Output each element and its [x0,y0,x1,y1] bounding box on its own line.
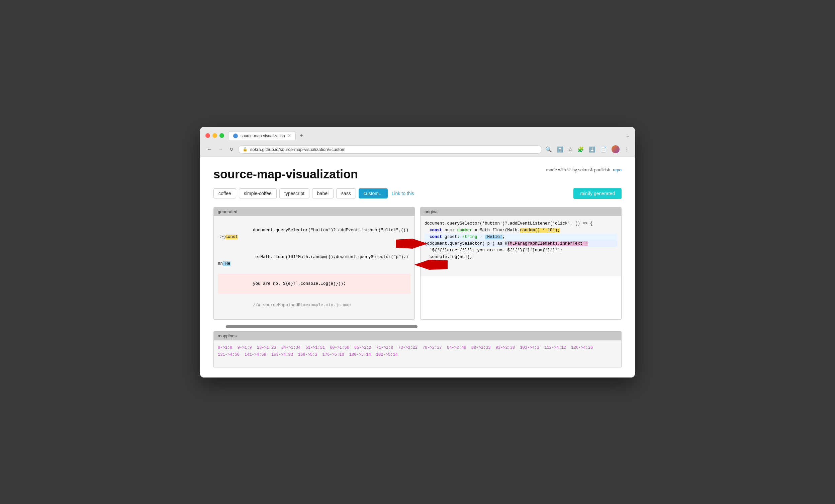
mapping-15[interactable]: 126->4:26 [571,345,593,350]
share-icon[interactable]: ⬆️ [557,146,563,153]
mappings-header: mappings [214,331,621,340]
orig-line-7: }); [425,260,617,267]
tab-bar: source-map-visualization ✕ + ⌄ [228,131,630,141]
mapping-19[interactable]: 168->5:2 [298,352,318,357]
traffic-lights [205,133,224,138]
forward-button[interactable]: → [217,146,225,153]
orig-line-2: const num: number = Math.floor(Math.rand… [425,227,617,234]
orig-line-3: const greet: string = 'Hello'; [425,234,617,240]
made-with-text: made with ♡ by sokra & paulirish. [546,167,612,173]
tab-close-button[interactable]: ✕ [288,134,291,138]
reading-view-icon[interactable]: 📄 [600,146,607,153]
mapping-13[interactable]: 103->4:3 [520,345,539,350]
gen-line-1: document.querySelector("button")?.addEve… [218,220,410,247]
mapping-18[interactable]: 163->4:93 [271,352,293,357]
bookmark-icon[interactable]: ☆ [568,146,573,153]
original-panel: original document.querySelector('button'… [420,207,622,320]
download-icon[interactable]: ⬇️ [589,146,595,153]
link-to-this[interactable]: Link to this [392,191,414,196]
orig-line-5: `${'{'}greet{'}'}, you are no. ${'{'}{'}… [425,247,617,254]
generated-panel-header: generated [214,207,414,216]
orig-line-6: console.log(num); [425,254,617,260]
menu-icon[interactable]: ⋮ [624,146,630,153]
traffic-light-green[interactable] [220,133,224,138]
refresh-button[interactable]: ↻ [228,146,235,153]
code-panels-row: generated document.querySelector("button… [213,207,622,320]
mapping-2[interactable]: 23->1:23 [257,345,276,350]
mapping-6[interactable]: 65->2:2 [354,345,371,350]
mapping-4[interactable]: 51->1:51 [305,345,325,350]
minify-button[interactable]: minify generated [573,188,622,199]
mapping-14[interactable]: 112->4:12 [544,345,566,350]
panels-with-arrows: generated document.querySelector("button… [213,207,622,320]
profile-avatar[interactable] [612,145,619,153]
traffic-light-red[interactable] [205,133,210,138]
traffic-light-yellow[interactable] [212,133,217,138]
lock-icon: 🔒 [243,147,248,152]
mapping-16[interactable]: 131->4:56 [218,352,240,357]
toolbar-icons: 🔍 ⬆️ ☆ 🧩 ⬇️ 📄 ⋮ [545,145,630,153]
orig-line-1: document.querySelector('button')?.addEve… [425,220,617,227]
scroll-area [213,325,622,328]
mappings-body: 0->1:0 9->1:9 23->1:23 34->1:34 51->1:51… [214,340,621,367]
generated-panel: generated document.querySelector("button… [213,207,415,320]
preset-simple-coffee[interactable]: simple-coffee [239,188,277,199]
search-icon[interactable]: 🔍 [545,146,552,153]
page-content: source-map-visualization made with ♡ by … [200,157,635,378]
page-title: source-map-visualization [213,167,358,181]
mapping-7[interactable]: 71->2:8 [376,345,393,350]
browser-chrome: source-map-visualization ✕ + ⌄ ← → ↻ 🔒 s… [200,127,635,157]
preset-custom[interactable]: custom... [359,188,388,199]
mapping-8[interactable]: 73->2:22 [398,345,418,350]
original-panel-header: original [421,207,621,216]
tab-menu-button[interactable]: ⌄ [626,133,630,138]
scrollbar-thumb[interactable] [226,325,418,328]
mapping-9[interactable]: 78->2:27 [423,345,442,350]
mapping-3[interactable]: 34->1:34 [281,345,301,350]
tab-favicon [233,134,238,138]
mapping-22[interactable]: 182->5:14 [376,352,398,357]
mapping-10[interactable]: 84->2:49 [447,345,466,350]
browser-window: source-map-visualization ✕ + ⌄ ← → ↻ 🔒 s… [200,127,635,378]
address-bar: ← → ↻ 🔒 sokra.github.io/source-map-visua… [200,143,635,157]
preset-typescript[interactable]: typescript [279,188,309,199]
title-bar: source-map-visualization ✕ + ⌄ [200,127,635,143]
mapping-12[interactable]: 93->2:38 [496,345,515,350]
page-header: source-map-visualization made with ♡ by … [213,167,622,181]
preset-sass[interactable]: sass [336,188,356,199]
mapping-17[interactable]: 141->4:68 [245,352,266,357]
generated-panel-body: document.querySelector("button")?.addEve… [214,216,414,319]
new-tab-button[interactable]: + [297,131,306,141]
orig-line-4: (document.querySelector('p') as HTMLPara… [425,240,617,247]
mapping-1[interactable]: 9->1:9 [237,345,251,350]
mapping-0[interactable]: 0->1:0 [218,345,232,350]
back-button[interactable]: ← [205,146,213,153]
preset-babel[interactable]: babel [312,188,333,199]
mappings-panel: mappings 0->1:0 9->1:9 23->1:23 34->1:34… [213,331,622,367]
mapping-5[interactable]: 60->1:60 [330,345,349,350]
preset-coffee[interactable]: coffee [213,188,236,199]
preset-buttons: coffee simple-coffee typescript babel sa… [213,188,622,199]
mapping-11[interactable]: 88->2:33 [471,345,491,350]
original-panel-body: document.querySelector('button')?.addEve… [421,216,621,277]
tab-title: source-map-visualization [241,134,285,138]
url-text: sokra.github.io/source-map-visualization… [250,147,537,152]
active-tab[interactable]: source-map-visualization ✕ [228,131,296,140]
mapping-21[interactable]: 180->5:14 [349,352,371,357]
extensions-icon[interactable]: 🧩 [577,146,584,153]
gen-line-4: //# sourceMappingURL=example.min.js.map [218,295,410,315]
address-input[interactable]: 🔒 sokra.github.io/source-map-visualizati… [238,145,542,154]
repo-link[interactable]: repo [613,167,622,173]
made-with: made with ♡ by sokra & paulirish. repo [546,167,622,173]
mapping-20[interactable]: 176->5:10 [323,352,344,357]
gen-line-3: you are no. ${e}!`,console.log(e)})); [218,274,410,294]
gen-line-2: e=Math.floor(101*Math.random());document… [218,247,410,274]
